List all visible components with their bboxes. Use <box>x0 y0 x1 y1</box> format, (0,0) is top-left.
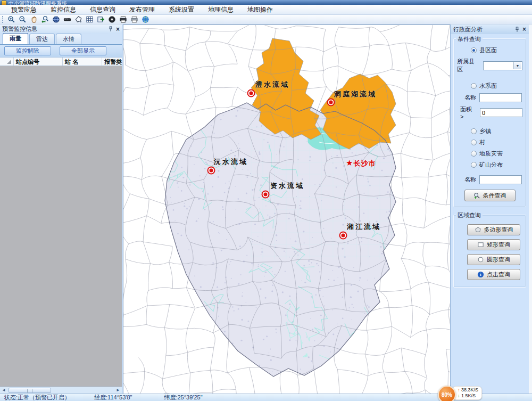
select-all-column[interactable] <box>0 58 14 66</box>
admin-area-analysis-panel: 行政面分析 × 条件查询 县区面 所属县区 ▼ 水系面 名称 <box>450 24 529 394</box>
measure-button[interactable] <box>62 15 73 24</box>
circle-query-button[interactable]: 圆形查询 <box>467 254 520 265</box>
export-map-button[interactable] <box>95 15 106 24</box>
radio-town[interactable] <box>471 128 477 134</box>
county-field-label: 所属县区 <box>457 58 480 73</box>
station-marker[interactable] <box>207 167 215 175</box>
station-marker[interactable] <box>327 99 335 107</box>
scroll-right-icon[interactable]: ► <box>114 387 122 394</box>
rectangle-query-label: 矩形查询 <box>487 241 510 249</box>
area-field-label: 面积 > <box>460 105 477 120</box>
basin-label: 沅水流域 <box>214 157 248 167</box>
name2-field-label: 名称 <box>464 176 476 184</box>
record-button[interactable] <box>106 15 118 24</box>
region-query-group: 区域查询 多边形查询 矩形查询 圆形查询 i 点击查询 <box>453 215 526 288</box>
printer-icon <box>119 15 127 23</box>
radio-mine-distribution-label: 矿山分布 <box>479 161 503 169</box>
right-panel-header: 行政面分析 × <box>451 24 529 34</box>
county-select[interactable]: ▼ <box>483 61 522 70</box>
pin-icon[interactable] <box>514 27 520 32</box>
full-extent-button[interactable] <box>51 15 62 24</box>
record-icon <box>108 15 116 23</box>
menu-item-info-query[interactable]: 信息查询 <box>83 4 122 15</box>
menu-item-warning-emergency[interactable]: 预警应急 <box>4 4 44 15</box>
column-station-id[interactable]: 站点编号 <box>14 58 63 66</box>
area-input[interactable] <box>480 108 522 117</box>
map-canvas[interactable]: 澧水流域洞庭湖流域沅水流域资水流域湘江流域★长沙市 <box>123 24 451 394</box>
condition-query-button[interactable]: 条件查询 <box>464 190 516 201</box>
print-preview-button[interactable] <box>129 15 140 24</box>
radio-mine-distribution[interactable] <box>471 162 477 168</box>
click-query-label: 点击查询 <box>487 271 510 279</box>
station-table-body[interactable] <box>0 66 122 387</box>
zoom-previous-button[interactable] <box>39 15 51 24</box>
world-icon <box>142 15 149 23</box>
radio-village[interactable] <box>471 140 477 145</box>
circle-icon <box>477 256 484 263</box>
menu-item-map-operations[interactable]: 地图操作 <box>240 4 280 15</box>
zoom-out-button[interactable] <box>17 15 28 24</box>
search-plus-icon <box>473 192 480 199</box>
zoom-previous-icon <box>41 15 49 23</box>
chevron-down-icon: ▼ <box>513 62 521 69</box>
globe-icon <box>52 15 60 23</box>
radio-water-system-label: 水系面 <box>479 82 497 90</box>
polygon-query-button[interactable]: 多边形查询 <box>467 224 520 235</box>
scrollbar-thumb[interactable] <box>9 388 51 393</box>
circle-query-label: 圆形查询 <box>487 256 510 264</box>
release-monitor-button[interactable]: 监控解除 <box>4 46 51 55</box>
grid-window-button[interactable] <box>84 15 95 24</box>
column-station-name[interactable]: 站 名 <box>63 58 102 66</box>
close-icon[interactable]: × <box>116 27 120 32</box>
left-panel-hscrollbar[interactable]: ◄ ► <box>0 387 122 394</box>
pan-button[interactable] <box>28 15 39 24</box>
tab-rainfall[interactable]: 雨量 <box>3 33 28 44</box>
radio-town-label: 乡镇 <box>479 127 491 135</box>
close-icon[interactable]: × <box>522 27 526 32</box>
app-window: 中小河流域防汛服务系统 预警应急 监控信息 信息查询 发布管理 系统设置 地理信… <box>0 0 532 401</box>
select-polygon-button[interactable] <box>73 15 84 24</box>
print-button[interactable] <box>118 15 129 24</box>
left-panel-title: 预警监控信息 <box>2 25 37 33</box>
show-all-button[interactable]: 全部显示 <box>60 46 106 55</box>
radio-water-system[interactable] <box>471 83 477 89</box>
tab-water-regime[interactable]: 水情 <box>56 34 81 44</box>
status-state: 状态:正常（预警已开启） <box>4 394 70 401</box>
progress-badge: 80% <box>438 386 456 401</box>
pin-icon[interactable] <box>108 26 113 32</box>
city-label: ★长沙市 <box>346 158 376 168</box>
left-panel-buttonbar: 监控解除 全部显示 <box>0 45 122 58</box>
radio-geo-disaster[interactable] <box>471 151 477 157</box>
tab-radar[interactable]: 雷达 <box>29 34 55 44</box>
menu-item-publish-manage[interactable]: 发布管理 <box>122 4 162 15</box>
menu-item-system-settings[interactable]: 系统设置 <box>162 4 201 15</box>
click-query-button[interactable]: i 点击查询 <box>467 269 520 280</box>
menu-item-monitor-info[interactable]: 监控信息 <box>44 4 83 15</box>
station-marker[interactable] <box>247 89 255 97</box>
column-alarm-type[interactable]: 报警类别 <box>102 58 122 66</box>
zoom-in-button[interactable] <box>6 15 17 24</box>
web-map-button[interactable] <box>140 15 151 24</box>
printer-preview-icon <box>130 15 138 23</box>
info-icon: i <box>477 271 484 278</box>
scroll-left-icon[interactable]: ◄ <box>0 387 7 394</box>
rectangle-query-button[interactable]: 矩形查询 <box>467 239 520 250</box>
radio-geo-disaster-label: 地质灾害 <box>479 150 503 158</box>
download-speed: ↓ 1.5K/S <box>458 393 476 398</box>
basin-label: 资水流域 <box>270 181 304 191</box>
zoom-in-icon <box>7 15 15 23</box>
name2-input[interactable] <box>479 175 522 184</box>
condition-query-group: 条件查询 县区面 所属县区 ▼ 水系面 名称 面积 > <box>453 38 526 207</box>
toolbar-grip <box>2 16 4 23</box>
radio-county-area[interactable] <box>471 47 477 53</box>
menu-bar: 预警应急 监控信息 信息查询 发布管理 系统设置 地理信息 地图操作 <box>0 5 532 15</box>
station-marker[interactable] <box>262 191 270 199</box>
export-icon <box>97 15 105 23</box>
menu-item-geo-info[interactable]: 地理信息 <box>201 4 240 15</box>
station-marker[interactable] <box>339 232 347 240</box>
left-panel-header: 预警监控信息 × <box>0 24 122 34</box>
up-arrow-icon: ↑ <box>458 387 460 392</box>
polygon-icon <box>475 226 481 233</box>
name-input[interactable] <box>479 93 522 102</box>
netspeed-widget[interactable]: 80% ↑ 38.3K/S ↓ 1.5K/S <box>438 386 482 401</box>
